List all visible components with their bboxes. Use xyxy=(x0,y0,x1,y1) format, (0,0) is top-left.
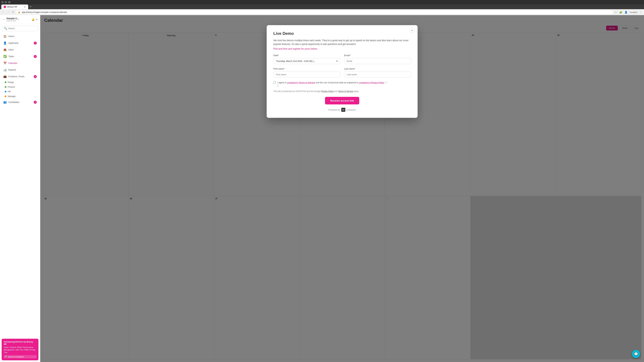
reports-icon: 📊 xyxy=(3,68,7,71)
form-group-date: Date* Thursday, March 21st 2024 - 6:00 A… xyxy=(273,54,340,64)
modal-description: We host live demos multiple times each w… xyxy=(273,38,411,46)
recaptcha-text: This site is protected by reCAPTCHA and … xyxy=(273,90,411,93)
browser-chrome: ─ □ ✕ xyxy=(0,0,644,4)
close-button[interactable]: ✕ xyxy=(8,1,10,3)
submit-button[interactable]: Receive access link xyxy=(325,97,360,104)
lock-icon: 🔒 xyxy=(18,11,20,13)
new-tab-button[interactable]: + xyxy=(28,4,33,9)
settings-button[interactable]: ⚙ xyxy=(36,18,38,21)
sidebar-item-label-tasks: Tasks xyxy=(8,55,14,58)
first-name-input[interactable] xyxy=(273,71,340,78)
reload-button[interactable]: ↻ xyxy=(12,10,15,14)
email-input[interactable] xyxy=(344,58,411,64)
finance-dot xyxy=(5,86,6,88)
info-icon: ℹ xyxy=(278,84,278,87)
menu-button[interactable]: ⋮ xyxy=(639,10,643,14)
positions-badge: + xyxy=(34,75,37,78)
sidebar-sub-label-finance: Finance xyxy=(8,86,15,88)
back-button[interactable]: ← xyxy=(1,10,5,14)
chat-bubble[interactable]: 💬 xyxy=(632,350,640,358)
email-label: Email* xyxy=(344,54,411,57)
applicants-icon: 👤 xyxy=(3,41,7,44)
powered-by-text: Powered by xyxy=(328,109,340,111)
app-container: ← Sample C... Lauren Deli 🔔 ⚙ 🔍 🏠 Home 👤… xyxy=(0,15,644,362)
toolbar-icons: ☆ 🧩 👤 Incognito ⋮ xyxy=(614,10,643,14)
extensions-button[interactable]: 🧩 xyxy=(619,10,623,14)
terms-text: I agree to Livestorm's Terms of Service … xyxy=(278,81,387,87)
terms-checkbox[interactable] xyxy=(273,81,276,84)
search-box[interactable]: 🔍 xyxy=(2,26,38,31)
promo-box: Introducing Perform by Breezy HR Faster,… xyxy=(2,339,38,360)
last-name-input[interactable] xyxy=(344,71,411,78)
sidebar-sub-finance[interactable]: Finance xyxy=(0,85,40,89)
sidebar: ← Sample C... Lauren Deli 🔔 ⚙ 🔍 🏠 Home 👤… xyxy=(0,15,40,362)
sidebar-sub-manager[interactable]: Manager xyxy=(0,94,40,99)
sidebar-item-label-candidates: Candidates xyxy=(8,101,20,103)
sidebar-item-label-inbox: Inbox xyxy=(8,48,14,51)
first-name-label: First name* xyxy=(273,67,340,70)
sidebar-item-inbox[interactable]: 📥 Inbox xyxy=(1,46,39,53)
promo-description: Faster, Cleaner, Better Performance Mana… xyxy=(4,346,36,354)
inbox-icon: 📥 xyxy=(3,48,7,51)
sidebar-sub-label-hr: HR xyxy=(8,90,10,93)
terms-before: I agree to xyxy=(278,81,287,84)
sidebar-item-reports[interactable]: 📊 Reports xyxy=(1,66,39,73)
search-icon: 🔍 xyxy=(4,27,7,30)
modal-close-button[interactable]: × xyxy=(410,28,415,33)
incognito-label: Incognito xyxy=(629,10,638,14)
company-user: Lauren Deli xyxy=(6,20,30,22)
terms-of-service-link[interactable]: Terms of Service xyxy=(338,90,353,92)
sidebar-item-home[interactable]: 🏠 Home xyxy=(1,33,39,39)
tasks-badge: + xyxy=(34,55,37,58)
sidebar-item-positions[interactable]: 💼 Positions / Pools + xyxy=(1,73,39,80)
promo-button[interactable]: 🔍 Search Companies xyxy=(4,355,36,358)
sidebar-back-button[interactable]: ← xyxy=(2,18,5,21)
active-tab[interactable]: Breezy HR ✕ xyxy=(1,4,28,9)
livestorm-name: Livestorm xyxy=(346,109,356,111)
sidebar-sub-label-design: Design xyxy=(8,81,14,83)
profile-button[interactable]: 👤 xyxy=(624,10,628,14)
positions-icon: 💼 xyxy=(3,75,7,78)
sidebar-header: ← Sample C... Lauren Deli 🔔 ⚙ xyxy=(0,15,40,24)
powered-by: Powered by LS Livestorm xyxy=(273,108,411,112)
notifications-button[interactable]: 🔔 xyxy=(32,18,34,21)
address-bar[interactable]: 🔒 app.breezy.hr/app/c/sample-company/cal… xyxy=(16,10,613,14)
date-select[interactable]: Thursday, March 21st 2024 - 6:00 AM (...… xyxy=(273,58,340,64)
modal-overlay[interactable]: × Live Demo We host live demos multiple … xyxy=(40,15,644,362)
bookmark-button[interactable]: ☆ xyxy=(614,10,618,14)
close-tab-button[interactable]: ✕ xyxy=(24,5,26,8)
tasks-icon: ✅ xyxy=(3,55,7,58)
sidebar-item-label-applicants: Applicants xyxy=(8,42,18,44)
url-text[interactable]: app.breezy.hr/app/c/sample-company/calen… xyxy=(22,11,67,13)
minimize-button[interactable]: ─ xyxy=(1,1,4,3)
terms-mid: and the use of personal data as explaine… xyxy=(316,81,359,84)
form-group-last-name: Last name* xyxy=(344,67,411,78)
form-group-first-name: First name* xyxy=(273,67,340,78)
terms-link2[interactable]: Livestorm's Privacy Policy xyxy=(359,81,384,84)
sidebar-item-label-reports: Reports xyxy=(8,68,16,71)
form-group-email: Email* xyxy=(344,54,411,64)
terms-link1[interactable]: Livestorm's Terms of Service xyxy=(287,81,315,84)
search-input[interactable] xyxy=(8,27,36,30)
promo-btn-label: Search Companies xyxy=(8,356,24,358)
forward-button[interactable]: → xyxy=(6,10,10,14)
sidebar-item-candidates[interactable]: 👥 Candidates + xyxy=(1,99,39,105)
maximize-button[interactable]: □ xyxy=(5,1,7,3)
sidebar-item-tasks[interactable]: ✅ Tasks + xyxy=(1,53,39,60)
sidebar-item-calendar[interactable]: 📅 Calendar xyxy=(1,60,39,66)
company-name: Sample C... xyxy=(6,17,30,20)
last-name-label: Last name* xyxy=(344,67,411,70)
sidebar-item-applicants[interactable]: 👤 Applicants 1 xyxy=(1,40,39,46)
livestorm-icon: LS xyxy=(341,108,345,112)
privacy-policy-link[interactable]: Privacy Policy xyxy=(321,90,334,92)
candidates-badge: + xyxy=(34,101,37,104)
sidebar-icons: 🔔 ⚙ xyxy=(32,18,38,21)
form-row-date-email: Date* Thursday, March 21st 2024 - 6:00 A… xyxy=(273,54,411,64)
modal-sub-text: Pick and time and register for yours bel… xyxy=(273,47,411,50)
sidebar-sub-design[interactable]: Design xyxy=(0,80,40,85)
terms-end: . * xyxy=(385,81,387,84)
company-info: Sample C... Lauren Deli xyxy=(6,17,30,22)
sidebar-sub-hr[interactable]: HR xyxy=(0,89,40,94)
sidebar-bottom: Introducing Perform by Breezy HR Faster,… xyxy=(0,337,40,362)
chevron-down-icon: ▾ xyxy=(336,60,338,62)
